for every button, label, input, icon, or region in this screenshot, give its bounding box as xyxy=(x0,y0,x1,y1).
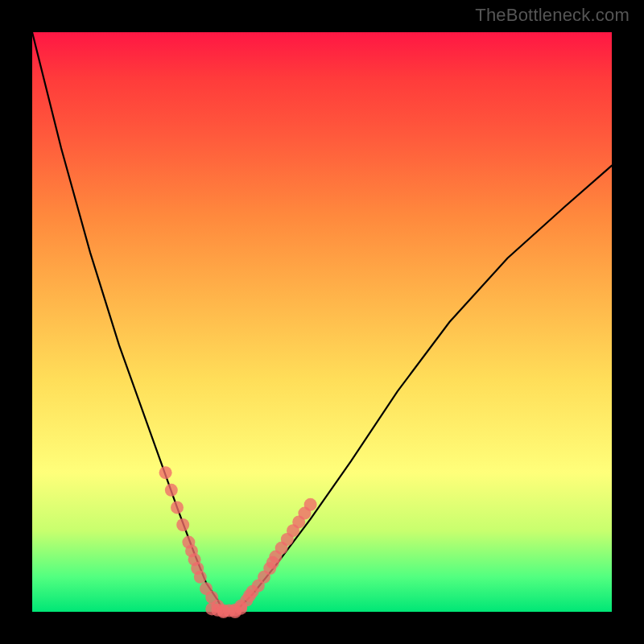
curve-layer xyxy=(32,32,612,612)
marker-dot xyxy=(165,484,178,497)
plot-area xyxy=(32,32,612,612)
marker-dot xyxy=(304,498,317,511)
curve-group xyxy=(32,32,612,612)
marker-dot xyxy=(171,501,184,514)
marker-dot xyxy=(194,571,207,584)
marker-dot xyxy=(234,602,247,615)
curve-left-branch xyxy=(32,32,224,612)
watermark-text: TheBottleneck.com xyxy=(475,5,630,26)
marker-dot xyxy=(159,466,172,479)
marker-dot xyxy=(176,518,189,531)
chart-stage: TheBottleneck.com xyxy=(0,0,644,644)
curve-right-branch xyxy=(235,166,612,612)
